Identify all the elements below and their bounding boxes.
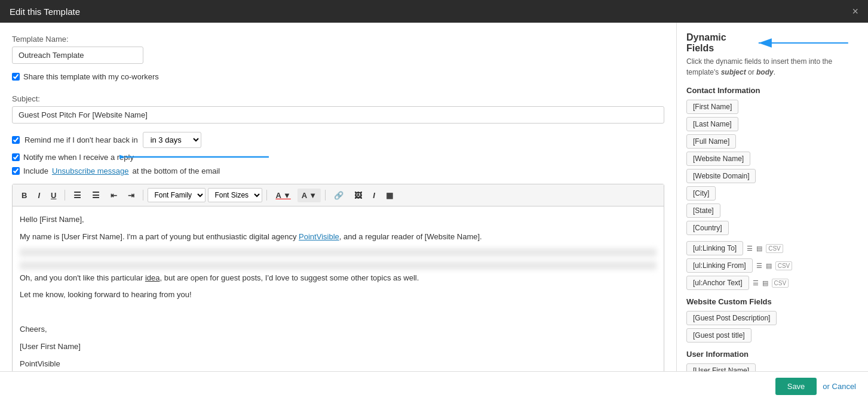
- field-linking-from[interactable]: [ul:Linking From]: [686, 258, 753, 273]
- csv-icon-1[interactable]: CSV: [766, 244, 783, 253]
- subject-group: Subject:: [12, 94, 664, 124]
- field-last-name[interactable]: [Last Name]: [686, 117, 738, 131]
- field-full-name[interactable]: [Full Name]: [686, 134, 736, 149]
- separator-2: [143, 190, 143, 200]
- field-guest-post-desc[interactable]: [Guest Post Description]: [686, 311, 777, 325]
- close-button[interactable]: ×: [852, 6, 858, 17]
- contact-section-title: Contact Information: [686, 86, 858, 95]
- user-section-title: User Information: [686, 350, 858, 359]
- pointvisible-link[interactable]: PointVisible: [299, 232, 339, 241]
- modal-footer: Save or Cancel: [0, 371, 868, 401]
- editor-line-6: Cheers,: [20, 323, 657, 336]
- cancel-link[interactable]: or Cancel: [823, 382, 856, 391]
- notify-label: Notify me when I receive a reply: [23, 153, 134, 162]
- csv-icon-3[interactable]: CSV: [772, 279, 789, 288]
- subject-input[interactable]: [12, 106, 664, 124]
- field-country[interactable]: [Country]: [686, 221, 729, 235]
- source-button[interactable]: ▦: [382, 189, 397, 202]
- field-website-name[interactable]: [Website Name]: [686, 152, 750, 166]
- modal-title: Edit this Template: [10, 7, 80, 17]
- dynamic-fields-heading: Dynamic Fields: [686, 32, 749, 54]
- field-user-first-name[interactable]: [User First Name]: [686, 363, 756, 371]
- list-icon-3[interactable]: ☰: [753, 279, 759, 287]
- italic2-button[interactable]: I: [369, 189, 379, 202]
- link-button[interactable]: 🔗: [330, 189, 348, 202]
- subject-label: Subject:: [12, 94, 664, 103]
- separator-3: [266, 190, 267, 200]
- website-fields-group: [Guest Post Description] [Guest post tit…: [686, 311, 858, 343]
- font-color-button[interactable]: A ▼: [271, 189, 295, 202]
- editor-line-1: Hello [First Name],: [20, 214, 657, 226]
- editor-line-2: My name is [User First Name]. I'm a part…: [20, 231, 657, 243]
- editor-line-8: PointVisible: [20, 358, 657, 371]
- bg-color-button[interactable]: A ▼: [297, 189, 321, 202]
- notify-checkbox[interactable]: [12, 153, 20, 161]
- editor-container: B I U ☰ ☰ ⇤ ⇥ Font Family Font Sizes: [12, 184, 664, 371]
- share-checkbox[interactable]: [12, 73, 20, 81]
- share-label: Share this template with my co-workers: [23, 72, 159, 81]
- template-name-input[interactable]: [12, 47, 143, 64]
- website-section-title: Website Custom Fields: [686, 297, 858, 306]
- contact-fields-group: [First Name] [Last Name] [Full Name] [We…: [686, 100, 858, 235]
- modal-header: Edit this Template ×: [0, 0, 868, 23]
- remind-label: Remind me if I don't hear back in: [24, 135, 138, 144]
- image-button[interactable]: 🖼: [350, 189, 366, 202]
- field-guest-post-title[interactable]: [Guest post title]: [686, 328, 752, 343]
- unsubscribe-suffix: at the bottom of the email: [133, 166, 220, 175]
- editor-line-3: Oh, and you don't like this particular i…: [20, 272, 657, 285]
- linking-to-row: [ul:Linking To] ☰ ▤ CSV: [686, 241, 858, 255]
- editor-line-7: [User First Name]: [20, 341, 657, 353]
- unsubscribe-checkbox[interactable]: [12, 167, 20, 175]
- font-family-select[interactable]: Font Family: [148, 188, 206, 202]
- modal: Edit this Template × Template Name: Shar…: [0, 0, 868, 401]
- rows-icon-3[interactable]: ▤: [762, 279, 768, 287]
- list-icon-1[interactable]: ☰: [747, 245, 753, 252]
- editor-toolbar: B I U ☰ ☰ ⇤ ⇥ Font Family Font Sizes: [13, 184, 664, 206]
- remind-select[interactable]: in 3 days in 5 days in 7 days in 14 days: [143, 132, 201, 148]
- field-city[interactable]: [City]: [686, 186, 716, 200]
- editor-line-5: [20, 306, 657, 319]
- rows-icon-1[interactable]: ▤: [756, 245, 762, 252]
- bold-button[interactable]: B: [17, 189, 31, 202]
- list-icon-2[interactable]: ☰: [756, 262, 762, 270]
- underline-button[interactable]: U: [47, 189, 60, 202]
- indent-left-button[interactable]: ⇤: [106, 189, 121, 202]
- ordered-list-button[interactable]: ☰: [69, 188, 85, 202]
- unsubscribe-row: Include Unsubscribe message at the botto…: [12, 166, 664, 175]
- template-name-label: Template Name:: [12, 35, 664, 44]
- save-button[interactable]: Save: [775, 378, 817, 395]
- right-panel: Dynamic Fields Click the dynamic fields …: [677, 23, 868, 371]
- field-first-name[interactable]: [First Name]: [686, 100, 738, 114]
- italic-button[interactable]: I: [33, 189, 44, 202]
- indent-right-button[interactable]: ⇥: [124, 189, 139, 202]
- template-name-group: Template Name:: [12, 35, 664, 64]
- unordered-list-button[interactable]: ☰: [88, 188, 104, 202]
- anchor-text-row: [ul:Anchor Text] ☰ ▤ CSV: [686, 276, 858, 290]
- idea-word: idea: [145, 273, 160, 282]
- csv-icon-2[interactable]: CSV: [775, 261, 793, 270]
- unsubscribe-link[interactable]: Unsubscribe message: [52, 166, 129, 175]
- rows-icon-2[interactable]: ▤: [766, 262, 772, 270]
- remind-checkbox[interactable]: [12, 136, 20, 144]
- field-linking-to[interactable]: [ul:Linking To]: [686, 241, 743, 255]
- dynamic-fields-subtitle: Click the dynamic fields to insert them …: [686, 56, 858, 78]
- field-website-domain[interactable]: [Website Domain]: [686, 169, 756, 183]
- right-arrow-annotation: [753, 34, 858, 52]
- font-size-select[interactable]: Font Sizes: [208, 188, 262, 202]
- main-panel: Template Name: Share this template with …: [0, 23, 677, 371]
- notify-row: Notify me when I receive a reply: [12, 153, 664, 162]
- blurred-line-1: [20, 248, 657, 257]
- linking-from-row: [ul:Linking From] ☰ ▤ CSV: [686, 258, 858, 273]
- linking-fields-group: [ul:Linking To] ☰ ▤ CSV [ul:Linking From…: [686, 241, 858, 290]
- editor-body[interactable]: Hello [First Name], My name is [User Fir…: [13, 206, 664, 371]
- blurred-line-2: [20, 261, 657, 270]
- field-state[interactable]: [State]: [686, 203, 720, 218]
- share-checkbox-row: Share this template with my co-workers: [12, 72, 664, 81]
- remind-row: Remind me if I don't hear back in in 3 d…: [12, 132, 664, 148]
- user-fields-group: [User First Name] [User Last Name]: [686, 363, 858, 371]
- separator-4: [325, 190, 326, 200]
- editor-line-4: Let me know, looking forward to hearing …: [20, 289, 657, 301]
- unsubscribe-prefix: Include: [23, 166, 48, 175]
- dynamic-fields-title: Dynamic Fields: [686, 32, 858, 54]
- field-anchor-text[interactable]: [ul:Anchor Text]: [686, 276, 749, 290]
